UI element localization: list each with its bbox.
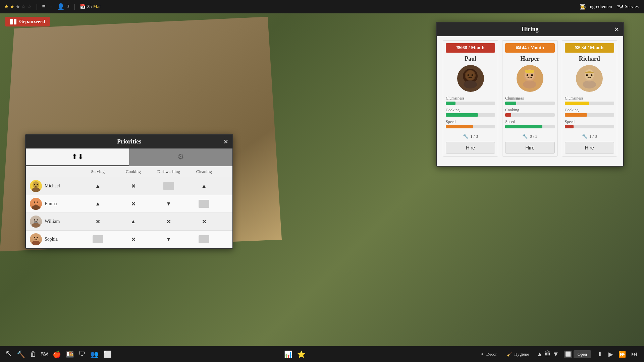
expand-down-icon[interactable]: ▼ <box>552 350 559 358</box>
richard-cost-icon: 🍽 <box>575 45 580 51</box>
richard-speed-stat: Speed <box>565 119 614 128</box>
ingredients-resource[interactable]: 🧑‍🍳 Ingrediënten <box>580 3 612 10</box>
priorities-table-header: Serving Cooking Dishwashing Cleaning <box>26 166 232 177</box>
food-icon[interactable]: 🍎 <box>53 350 61 358</box>
star-2: ★ <box>10 3 14 10</box>
sophia-cooking-priority[interactable]: ✕ <box>116 236 151 243</box>
date-display: 📅 25 Mar <box>80 4 101 9</box>
emma-avatar <box>30 198 42 210</box>
play-icon[interactable]: ▶ <box>607 350 614 359</box>
shield-icon[interactable]: 🛡 <box>79 350 86 358</box>
pause-square-2 <box>14 19 16 24</box>
tab-priorities[interactable]: ⬆⬇ <box>26 148 129 166</box>
paul-speed-bar <box>446 125 473 128</box>
top-bar-left: ★ ★ ★ ☆ ☆ | ≡ - 👤 3 | 📅 25 Mar <box>0 3 574 10</box>
sophia-avatar <box>30 233 42 245</box>
emma-dishwashing-priority[interactable]: ▼ <box>151 201 186 207</box>
top-bar-right: 🧑‍🍳 Ingrediënten 🍽 Servies <box>574 3 644 10</box>
empty-priority <box>199 200 209 208</box>
harper-hire-button[interactable]: Hire <box>505 142 554 154</box>
william-worker-cell: William <box>30 216 80 228</box>
decor-button[interactable]: ✦ Decor <box>478 350 499 358</box>
william-cooking-priority[interactable]: ▲ <box>116 219 151 225</box>
paul-speed-stat: Speed <box>446 119 495 128</box>
ingredients-label: Ingrediënten <box>588 4 612 9</box>
skip-icon[interactable]: ⏭ <box>630 350 639 358</box>
table-row-emma: Emma ▲ ✕ ▼ <box>26 195 232 213</box>
hiring-close-button[interactable]: ✕ <box>614 26 619 33</box>
svg-point-27 <box>37 219 38 221</box>
svg-point-3 <box>468 74 469 76</box>
chart-icon[interactable]: 📊 <box>284 350 292 358</box>
header-dishwashing: Dishwashing <box>151 169 186 174</box>
svg-point-4 <box>472 74 473 76</box>
calendar-icon: 📅 <box>80 4 86 9</box>
fast-forward-icon[interactable]: ⏩ <box>617 350 627 359</box>
paul-cost-icon: 🍽 <box>457 45 461 51</box>
x-icon: ✕ <box>96 219 100 225</box>
harper-cooking-bar <box>505 113 511 117</box>
area-icon[interactable]: ⬜ <box>103 350 112 358</box>
emma-cooking-priority[interactable]: ✕ <box>116 201 151 207</box>
priorities-close-button[interactable]: ✕ <box>223 138 228 145</box>
divider-3: | <box>74 3 75 10</box>
paul-slots: 🔧 1 / 3 <box>463 134 478 139</box>
star-center-icon[interactable]: ⭐ <box>297 350 306 358</box>
plate-icon[interactable]: 🍽 <box>41 350 48 358</box>
star-4: ☆ <box>21 3 26 10</box>
servies-label: Servies <box>625 4 639 9</box>
x-icon: ✕ <box>131 183 136 189</box>
header-cleaning: Cleaning <box>186 169 222 174</box>
harper-portrait <box>517 65 543 92</box>
menu-icon[interactable]: ≡ <box>42 3 46 10</box>
sophia-serving-priority[interactable] <box>80 235 116 243</box>
william-avatar <box>30 216 42 228</box>
paused-badge[interactable]: Gepauzeerd <box>5 17 50 26</box>
richard-hire-button[interactable]: Hire <box>565 142 614 154</box>
building-controls: ▲ 🏛 ▼ <box>536 350 559 358</box>
empty-priority <box>163 182 174 190</box>
michael-serving-priority[interactable]: ▲ <box>80 183 116 189</box>
sophia-cleaning-priority[interactable] <box>186 235 222 243</box>
paul-hire-button[interactable]: Hire <box>446 142 495 154</box>
william-dishwashing-priority[interactable]: ✕ <box>151 219 186 225</box>
michael-dishwashing-priority[interactable] <box>151 182 186 190</box>
harper-speed-bar <box>505 125 542 128</box>
michael-cooking-priority[interactable]: ✕ <box>116 183 151 189</box>
header-cooking: Cooking <box>116 169 151 174</box>
william-cleaning-priority[interactable]: ✕ <box>186 219 222 225</box>
star-rating: ★ ★ ★ ☆ ☆ <box>4 3 32 10</box>
open-closed-area: ⬜ Open <box>564 350 591 358</box>
william-serving-priority[interactable]: ✕ <box>80 219 116 225</box>
open-box-icon: ⬜ <box>564 351 572 358</box>
open-button[interactable]: Open <box>574 350 591 358</box>
michael-cleaning-priority[interactable]: ▲ <box>186 183 222 189</box>
hygiene-button[interactable]: 🧹 Hygiëne <box>504 350 532 358</box>
emma-serving-priority[interactable]: ▲ <box>80 201 116 207</box>
top-navigation-bar: ★ ★ ★ ☆ ☆ | ≡ - 👤 3 | 📅 25 Mar 🧑‍🍳 Ingre… <box>0 0 644 13</box>
pause-control-icon[interactable]: ⏸ <box>596 350 604 358</box>
priorities-tabs: ⬆⬇ ⚙ <box>26 148 232 166</box>
harper-slots-value: 0 / 3 <box>530 134 537 139</box>
star-5: ☆ <box>27 3 32 10</box>
divider-2: - <box>50 3 52 10</box>
emma-cleaning-priority[interactable] <box>186 200 222 208</box>
harper-name: Harper <box>521 55 540 62</box>
expand-up-icon[interactable]: ▲ <box>536 350 543 358</box>
richard-slots: 🔧 1 / 3 <box>582 134 597 139</box>
bento-icon[interactable]: 🍱 <box>66 350 74 358</box>
trash-icon[interactable]: 🗑 <box>30 350 37 358</box>
hygiene-icon: 🧹 <box>507 352 512 357</box>
hammer-icon[interactable]: 🔨 <box>17 350 25 358</box>
building-icon[interactable]: 🏛 <box>544 350 551 358</box>
svg-point-16 <box>591 74 592 76</box>
bottom-navigation-bar: ⛏ 🔨 🗑 🍽 🍎 🍱 🛡 👥 ⬜ 📊 ⭐ ✦ Decor 🧹 Hygiëne … <box>0 346 644 362</box>
pickaxe-icon[interactable]: ⛏ <box>5 350 12 358</box>
michael-name: Michael <box>45 183 60 189</box>
staff-icon[interactable]: 👥 <box>90 350 99 358</box>
servies-resource[interactable]: 🍽 Servies <box>618 4 639 10</box>
tab-settings[interactable]: ⚙ <box>129 148 232 166</box>
x-icon: ✕ <box>131 236 136 243</box>
servies-icon: 🍽 <box>618 4 623 10</box>
sophia-dishwashing-priority[interactable]: ▼ <box>151 236 186 242</box>
